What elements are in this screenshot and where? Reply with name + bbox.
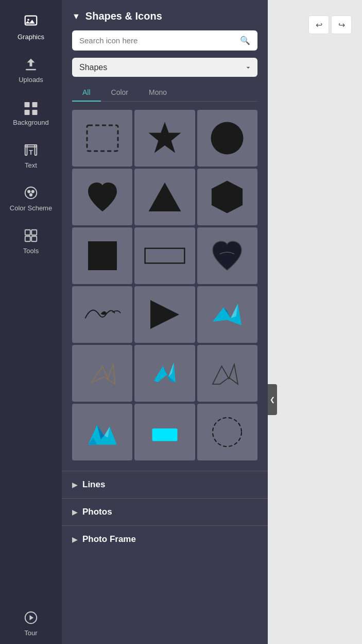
svg-marker-37 [213,365,238,385]
shape-circle[interactable] [197,110,257,167]
sidebar-label-color-scheme: Color Scheme [10,204,52,212]
shape-hexagon[interactable] [197,169,257,225]
sidebar-item-graphics[interactable]: Graphics [0,5,62,48]
shape-rectangle-outline[interactable] [134,227,195,284]
shapes-grid [72,110,257,460]
photo-frame-arrow: ▶ [72,536,77,543]
redo-button[interactable]: ↪ [331,15,352,34]
sidebar-label-uploads: Uploads [19,76,43,84]
sidebar-label-tools: Tools [23,247,39,255]
sidebar: Graphics Uploads Background [0,0,62,644]
top-toolbar: ↩ ↪ [308,15,352,34]
shape-hummingbird-blue[interactable] [134,345,195,402]
sidebar-item-tour[interactable]: Tour [0,601,62,644]
svg-marker-21 [148,122,181,153]
section-lines[interactable]: ▶ Lines [62,471,268,498]
svg-marker-31 [92,365,115,385]
shape-cursive-heart[interactable] [72,286,132,343]
svg-rect-25 [88,241,117,270]
search-button[interactable]: 🔍 [240,36,250,45]
shape-cyan-rect[interactable] [134,404,195,460]
tab-all[interactable]: All [72,84,101,102]
main-panel: ▼ Shapes & Icons 🔍 Shapes Icons All Colo… [62,0,268,644]
svg-point-1 [27,19,29,21]
svg-marker-27 [150,300,179,329]
shape-origami-bird-outline[interactable] [72,345,132,402]
undo-button[interactable]: ↩ [308,15,329,34]
tab-mono[interactable]: Mono [139,84,177,101]
sidebar-label-text: Text [25,161,37,169]
svg-rect-5 [25,110,30,115]
svg-rect-2 [26,69,36,71]
section-lines-label: Lines [82,480,105,490]
svg-point-11 [25,187,37,199]
svg-rect-3 [25,102,30,107]
sidebar-label-tour: Tour [24,629,37,637]
svg-line-38 [222,366,229,379]
svg-marker-23 [148,183,181,211]
sidebar-label-graphics: Graphics [18,33,44,41]
shape-circle-dashed[interactable] [197,404,257,460]
panel-title: Shapes & Icons [85,10,162,22]
svg-marker-33 [154,362,176,383]
search-bar: 🔍 [72,30,257,51]
svg-point-46 [213,418,242,447]
tab-color[interactable]: Color [101,84,139,101]
shape-star[interactable] [134,110,195,167]
shape-heart-outline[interactable] [197,227,257,284]
svg-line-32 [102,366,108,379]
section-photos-label: Photos [82,507,112,517]
svg-rect-6 [32,110,38,115]
dropdown-container: Shapes Icons [72,58,257,77]
panel-collapse-arrow[interactable]: ▼ [72,12,80,21]
sidebar-item-background[interactable]: Background [0,91,62,134]
search-input[interactable] [79,36,240,45]
shape-origami-bird-blue[interactable] [197,286,257,343]
shape-square[interactable] [72,227,132,284]
shape-right-triangle[interactable] [134,286,195,343]
svg-text:T: T [29,149,33,156]
svg-point-14 [29,193,32,196]
svg-rect-45 [152,428,177,441]
svg-rect-26 [145,249,185,263]
svg-marker-24 [212,181,243,213]
sidebar-label-background: Background [13,119,48,126]
lines-arrow: ▶ [72,481,77,489]
panel-header: ▼ Shapes & Icons [62,0,268,30]
svg-rect-15 [25,230,30,235]
shape-dashed-rect[interactable] [72,110,132,167]
section-photos[interactable]: ▶ Photos [62,498,268,525]
tab-bar: All Color Mono [72,84,257,102]
sidebar-item-uploads[interactable]: Uploads [0,48,62,91]
category-select[interactable]: Shapes Icons [72,58,257,77]
right-area: ↩ ↪ [277,0,362,644]
svg-rect-16 [31,230,37,235]
photos-arrow: ▶ [72,508,77,516]
svg-rect-20 [87,125,118,151]
shape-heart[interactable] [72,169,132,225]
tour-icon [22,608,40,627]
svg-point-22 [211,122,244,155]
shape-triangle[interactable] [134,169,195,225]
tools-icon [22,226,40,245]
svg-point-13 [31,190,35,193]
collapse-handle[interactable]: ❮ [268,384,277,415]
section-photo-frame-label: Photo Frame [82,534,136,544]
shape-crystal-blue[interactable] [72,404,132,460]
sidebar-item-tools[interactable]: Tools [0,219,62,262]
section-photo-frame[interactable]: ▶ Photo Frame [62,525,268,553]
svg-point-12 [27,190,30,193]
shape-origami-bird-geo[interactable] [197,345,257,402]
svg-rect-17 [25,236,30,241]
background-icon [22,98,40,117]
text-icon: T [22,141,40,159]
graphics-icon [22,12,40,31]
sidebar-item-color-scheme[interactable]: Color Scheme [0,176,62,219]
svg-rect-4 [32,102,38,107]
uploads-icon [22,55,40,74]
svg-line-39 [229,365,235,379]
svg-rect-18 [31,236,37,241]
sidebar-item-text[interactable]: T Text [0,134,62,176]
color-scheme-icon [22,184,40,202]
